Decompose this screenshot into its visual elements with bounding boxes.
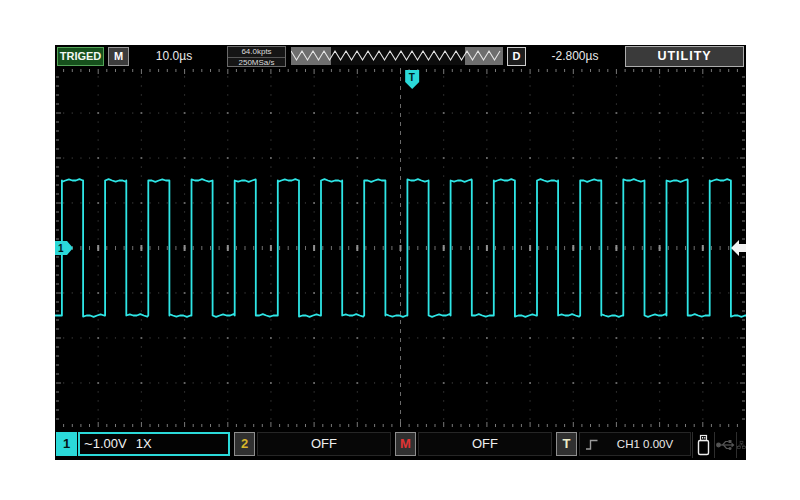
sample-rate: 250MSa/s [228, 57, 285, 67]
delay-mode-badge: D [507, 47, 526, 66]
trigger-source-level: CH1 0.00V [600, 438, 690, 450]
ch1-probe: 1X [136, 436, 152, 451]
usb-host-icon [714, 432, 736, 458]
svg-text:1: 1 [58, 243, 64, 254]
ch2-number-badge[interactable]: 2 [234, 432, 255, 456]
lan-icon [736, 432, 746, 458]
scope-graticule: 1T [55, 68, 746, 428]
trigger-status-badge: TRIGED [57, 47, 104, 66]
waveform-preview-strip[interactable] [291, 47, 503, 65]
preview-wave-icon [291, 47, 503, 65]
timebase-value[interactable]: 10.0µs [133, 49, 215, 63]
timebase-mode-badge[interactable]: M [108, 47, 129, 66]
top-status-bar: TRIGED M 10.0µs 64.0kpts 250MSa/s D -2.8… [55, 45, 746, 68]
screenshot-page: TRIGED M 10.0µs 64.0kpts 250MSa/s D -2.8… [0, 0, 800, 500]
ch1-number-badge[interactable]: 1 [56, 432, 77, 456]
ch1-coupling-icon: ~ [84, 435, 93, 452]
ch2-status-box[interactable]: OFF [257, 432, 391, 456]
rising-edge-icon [585, 437, 600, 452]
usb-device-icon [692, 432, 714, 458]
utility-button[interactable]: UTILITY [625, 46, 744, 67]
trigger-settings-box[interactable]: CH1 0.00V [579, 432, 691, 456]
oscilloscope-ui: TRIGED M 10.0µs 64.0kpts 250MSa/s D -2.8… [55, 45, 746, 460]
trigger-delay-value[interactable]: -2.800µs [531, 49, 619, 63]
acquisition-info-box: 64.0kpts 250MSa/s [227, 46, 286, 67]
trigger-badge[interactable]: T [556, 432, 577, 456]
bottom-status-bar: 1 ~1.00V1X 2 OFF M OFF T CH1 0.00V [55, 430, 746, 460]
memory-depth: 64.0kpts [228, 47, 285, 57]
ch1-scale: 1.00V [93, 436, 127, 451]
ch1-settings-box[interactable]: ~1.00V1X [78, 432, 230, 456]
svg-text:T: T [409, 72, 415, 83]
waveform-display: 1T [55, 68, 746, 428]
math-status-box[interactable]: OFF [418, 432, 552, 456]
math-badge[interactable]: M [395, 432, 416, 456]
